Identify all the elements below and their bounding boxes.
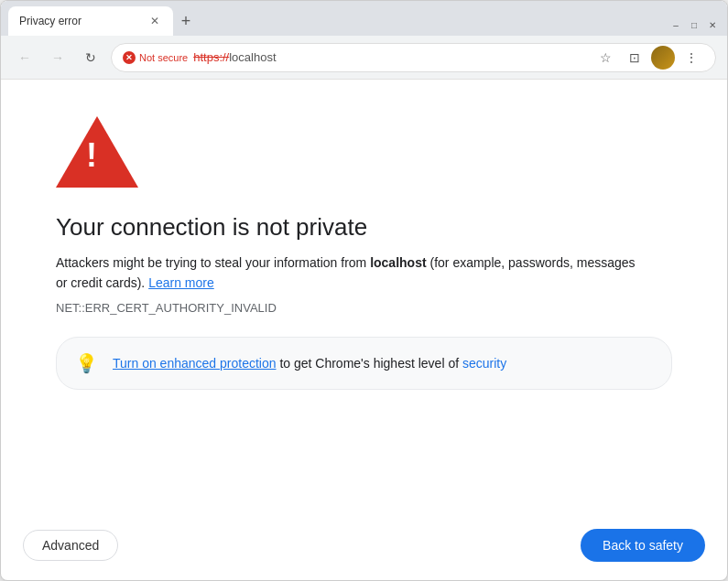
- not-secure-badge: ✕ Not secure: [123, 51, 188, 64]
- error-title: Your connection is not private: [56, 213, 672, 242]
- url-prefix: https://: [193, 50, 229, 64]
- window-controls: – □ ✕: [668, 17, 720, 32]
- error-description: Attackers might be trying to steal your …: [56, 253, 642, 294]
- error-icon-container: [56, 116, 672, 191]
- description-before: Attackers might be trying to steal your …: [56, 255, 370, 270]
- not-secure-icon: ✕: [123, 51, 136, 64]
- protection-text-color: security: [462, 356, 506, 371]
- extensions-icon[interactable]: ⊡: [622, 45, 647, 70]
- advanced-button[interactable]: Advanced: [23, 530, 118, 561]
- protection-box: 💡 Turn on enhanced protection to get Chr…: [56, 337, 672, 390]
- error-code: NET::ERR_CERT_AUTHORITY_INVALID: [56, 301, 672, 315]
- minimize-button[interactable]: –: [668, 17, 683, 32]
- new-tab-button[interactable]: +: [173, 8, 199, 34]
- refresh-button[interactable]: ↻: [78, 45, 103, 70]
- enhanced-protection-link[interactable]: Turn on enhanced protection: [113, 356, 277, 371]
- address-bar: ← → ↻ ✕ Not secure https://localhost ☆ ⊡…: [1, 36, 727, 80]
- back-to-safety-button[interactable]: Back to safety: [581, 529, 705, 562]
- page-content: Your connection is not private Attackers…: [1, 80, 727, 529]
- bottom-bar: Advanced Back to safety: [1, 529, 727, 580]
- menu-icon[interactable]: ⋮: [679, 45, 704, 70]
- url-action-icons: ☆ ⊡ ⋮: [592, 45, 704, 70]
- warning-triangle-icon: [56, 116, 138, 188]
- bookmark-icon[interactable]: ☆: [592, 45, 618, 70]
- protection-text: Turn on enhanced protection to get Chrom…: [113, 356, 506, 371]
- maximize-button[interactable]: □: [687, 17, 701, 32]
- forward-button[interactable]: →: [45, 45, 71, 70]
- description-bold: localhost: [370, 255, 426, 270]
- tab-close-icon[interactable]: ✕: [147, 14, 162, 28]
- url-bar[interactable]: ✕ Not secure https://localhost ☆ ⊡ ⋮: [111, 43, 716, 72]
- avatar[interactable]: [651, 46, 675, 70]
- window-close-button[interactable]: ✕: [705, 17, 720, 32]
- lightbulb-icon: 💡: [75, 352, 98, 374]
- url-host: localhost: [229, 50, 276, 64]
- url-display: https://localhost: [193, 50, 276, 64]
- browser-window: Privacy error ✕ + – □ ✕ ← → ↻ ✕ Not secu…: [0, 0, 728, 581]
- title-bar: Privacy error ✕ + – □ ✕: [1, 1, 727, 36]
- not-secure-label: Not secure: [139, 52, 188, 63]
- browser-tab[interactable]: Privacy error ✕: [8, 6, 173, 36]
- learn-more-link[interactable]: Learn more: [148, 275, 214, 290]
- back-button[interactable]: ←: [12, 45, 38, 70]
- tab-title: Privacy error: [19, 15, 140, 27]
- protection-text-after: to get Chrome's highest level of: [277, 356, 460, 371]
